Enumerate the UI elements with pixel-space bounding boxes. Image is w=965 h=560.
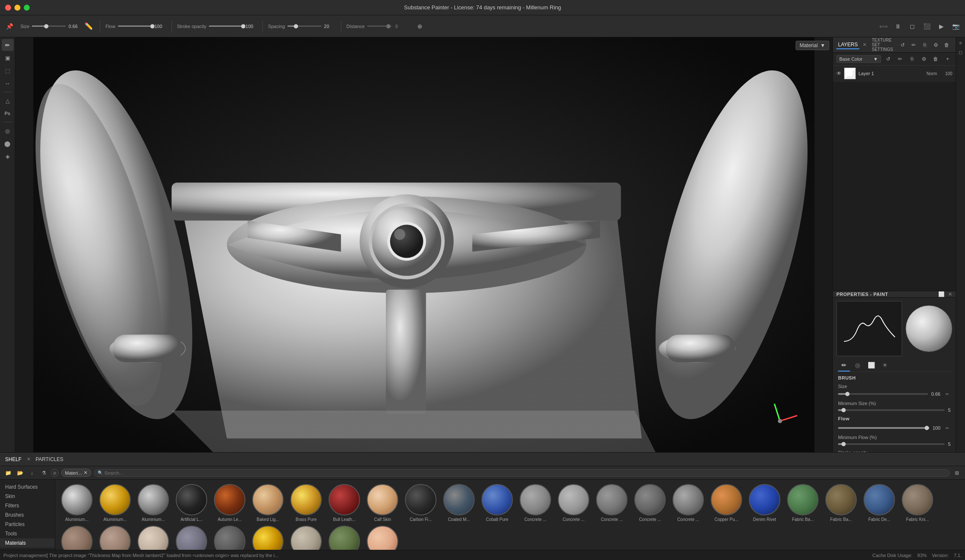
material-item-18[interactable]: Denim Rivet [746, 482, 784, 524]
min-flow-value[interactable]: 5 [948, 442, 951, 447]
open-folder-icon[interactable]: 📁 [3, 468, 13, 478]
size-track[interactable] [838, 393, 928, 395]
material-item-6[interactable]: Brass Pure [287, 482, 325, 524]
cube-icon[interactable]: ⬛ [921, 20, 933, 32]
material-item-2[interactable]: Aluminium... [134, 482, 172, 524]
brush-icon[interactable]: ✏️ [83, 20, 95, 32]
material-item-16[interactable]: Concrete ... [669, 482, 707, 524]
min-size-value[interactable]: 5 [948, 408, 951, 413]
target-icon[interactable]: ⊕ [414, 20, 426, 32]
photoshop-tool[interactable]: Ps [2, 107, 14, 119]
camera-icon[interactable]: 📷 [950, 20, 962, 32]
material-item-20[interactable]: Fabric Ba... [822, 482, 860, 524]
material-item-8[interactable]: Calf Skin [363, 482, 402, 524]
category-filter-tag[interactable]: Materi... ✕ [61, 469, 91, 477]
add-layer-icon[interactable]: ↺ [898, 40, 907, 50]
cat-brushes[interactable]: Brushes [0, 510, 55, 520]
material-item-3[interactable]: Artificial L... [172, 482, 211, 524]
size-prop-value[interactable]: 0.66 [931, 391, 940, 397]
category-close-icon[interactable]: ✕ [84, 470, 87, 476]
cat-tools[interactable]: Tools [0, 529, 55, 538]
material-item-31[interactable]: Human Ba... [363, 524, 402, 550]
flow-value[interactable]: 100 [155, 24, 166, 29]
filter-shelf-icon[interactable]: ⚗ [39, 468, 48, 478]
symmetry-icon[interactable]: ⟺ [878, 20, 889, 32]
close-button[interactable] [5, 5, 11, 11]
material-item-19[interactable]: Fabric Ba... [784, 482, 822, 524]
material-item-26[interactable]: Fabric Sul... [172, 524, 211, 550]
search-box[interactable]: 🔍 [94, 469, 950, 477]
size-value[interactable]: 0.66 [68, 24, 80, 29]
material-item-4[interactable]: Autumn Le... [211, 482, 249, 524]
material-item-10[interactable]: Coated M... [440, 482, 478, 524]
import-icon[interactable]: ↓ [27, 468, 37, 478]
material-item-28[interactable]: Gold Pure [249, 524, 287, 550]
material-item-30[interactable]: Ground Gr... [325, 524, 363, 550]
search-input[interactable] [104, 470, 946, 476]
material-item-22[interactable]: Fabric Kni... [898, 482, 937, 524]
min-size-track[interactable] [838, 409, 945, 411]
material-item-7[interactable]: Bull Leath... [325, 482, 363, 524]
minimize-button[interactable] [14, 5, 20, 11]
settings-icon[interactable]: ⚙ [931, 40, 940, 50]
pause-icon[interactable]: ⏸ [892, 20, 904, 32]
material-item-23[interactable]: Fabric Rou... [58, 524, 96, 550]
brush-curve-preview[interactable] [836, 301, 902, 356]
maximize-icon[interactable]: ⬜ [938, 291, 945, 297]
material-item-29[interactable]: Gouache ... [287, 524, 325, 550]
tool-pin-icon[interactable]: 📌 [3, 20, 15, 32]
select-tool[interactable]: ⬚ [2, 65, 14, 76]
properties-icon[interactable]: ◻ [957, 48, 965, 56]
add-layer-btn[interactable]: ↺ [883, 54, 893, 64]
material-item-14[interactable]: Concrete ... [593, 482, 631, 524]
material-item-0[interactable]: Aluminium... [58, 482, 96, 524]
size-edit-icon[interactable]: ✏ [944, 391, 951, 397]
cat-materials[interactable]: Materials [0, 538, 55, 548]
geometry-tool[interactable]: △ [2, 95, 14, 107]
channel-icon[interactable]: ◻ [906, 20, 918, 32]
close-icon[interactable]: ✕ [948, 291, 952, 297]
size-slider[interactable] [32, 25, 66, 27]
layer-opacity[interactable]: 100 [940, 71, 952, 76]
bake-tool[interactable]: ◎ [2, 125, 14, 137]
layers-icon[interactable]: ≡ [957, 39, 965, 47]
paint-icon[interactable]: ✏ [909, 40, 918, 50]
stroke-opacity-slider[interactable] [209, 25, 243, 27]
grid-view-icon[interactable]: ⊞ [952, 468, 962, 478]
material-item-15[interactable]: Concrete ... [631, 482, 669, 524]
material-item-11[interactable]: Cobalt Pure [478, 482, 516, 524]
cat-filters[interactable]: Filters [0, 501, 55, 510]
cat-particles[interactable]: Particles [0, 520, 55, 529]
texture-set-tab[interactable]: TEXTURE SET SETTINGS [870, 37, 895, 53]
shelf-tab[interactable]: SHELF [3, 456, 23, 463]
min-flow-track[interactable] [838, 443, 945, 445]
opacity-tab[interactable]: ◎ [852, 360, 864, 371]
copy-btn[interactable]: ⎘ [907, 54, 917, 64]
layer-visibility-icon[interactable]: 👁 [836, 70, 841, 76]
material-item-27[interactable]: Footprints [211, 524, 249, 550]
spacing-value[interactable]: 20 [324, 24, 336, 29]
layer-blend-mode[interactable]: Norm [927, 71, 937, 76]
material-item-5[interactable]: Baked Lig... [249, 482, 287, 524]
layers-tab[interactable]: LAYERS [836, 41, 859, 49]
shelf-close-icon[interactable]: ✕ [27, 456, 31, 462]
flow-edit-icon[interactable]: ✏ [944, 425, 951, 431]
transform-tool[interactable]: ↔ [2, 77, 14, 89]
circle-filter-icon[interactable]: ◎ [51, 469, 59, 477]
add-btn[interactable]: + [943, 54, 952, 64]
material-item-13[interactable]: Concrete ... [554, 482, 593, 524]
material-item-12[interactable]: Concrete ... [516, 482, 554, 524]
cat-hard-surfaces[interactable]: Hard Surfaces [0, 482, 55, 492]
material-item-1[interactable]: Aluminium... [96, 482, 134, 524]
link-btn[interactable]: ⚙ [919, 54, 928, 64]
material-item-21[interactable]: Fabric De... [860, 482, 898, 524]
layer-item[interactable]: 👁 Layer 1 Norm 100 [833, 66, 956, 82]
base-color-dropdown[interactable]: Base Color ▼ [836, 55, 881, 63]
flow-prop-value[interactable]: 100 [933, 425, 940, 431]
sphere-tool[interactable]: ⬤ [2, 138, 14, 149]
brush-tab[interactable]: ✏ [838, 360, 850, 371]
canvas-area[interactable]: Material ▼ [15, 37, 833, 452]
flow-slider[interactable] [118, 25, 152, 27]
paint-layer-btn[interactable]: ✏ [895, 54, 905, 64]
view-tool[interactable]: ◈ [2, 150, 14, 162]
